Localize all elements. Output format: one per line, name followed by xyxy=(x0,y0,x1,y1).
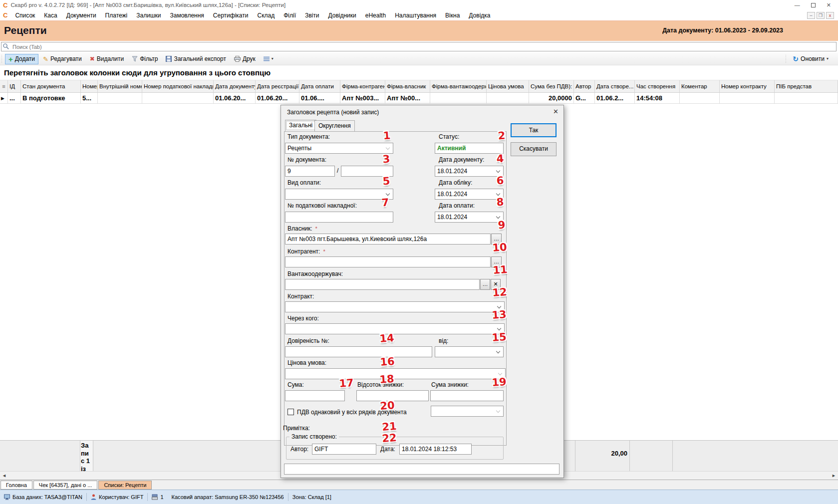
menu-item[interactable]: Замовлення xyxy=(165,12,208,19)
consignee-input[interactable] xyxy=(285,279,480,290)
cell[interactable]: ▶ xyxy=(0,93,8,103)
menu-item[interactable]: Каса xyxy=(39,12,61,19)
column-header[interactable]: Фірма-контрагент xyxy=(340,80,385,92)
cell[interactable] xyxy=(775,93,838,103)
column-header[interactable]: Стан документа xyxy=(21,80,81,92)
contractor-input[interactable] xyxy=(285,256,491,267)
tab-zagalni[interactable]: Загальні xyxy=(285,120,316,131)
cell[interactable]: 14:54:08 xyxy=(635,93,680,103)
scroll-right-icon[interactable]: ► xyxy=(832,473,836,478)
menu-item[interactable]: Філії xyxy=(279,12,300,19)
cell[interactable] xyxy=(98,93,142,103)
cell[interactable]: ... xyxy=(8,93,21,103)
column-header[interactable]: ПІБ представ xyxy=(775,80,838,92)
column-header[interactable]: ≡ xyxy=(0,80,8,92)
toolbar-grip-right[interactable] xyxy=(785,54,787,63)
print-button[interactable]: Друк xyxy=(231,54,259,64)
minimize-icon[interactable]: — xyxy=(795,2,800,8)
layout-menu-button[interactable]: ▾ xyxy=(260,55,277,63)
menu-item[interactable]: Звіти xyxy=(300,12,324,19)
doc-type-combo[interactable]: Рецепты xyxy=(285,143,393,154)
refresh-button[interactable]: ↻ Оновити ▾ xyxy=(789,54,832,64)
bottom-tab[interactable]: Чек [64357], дані о ... xyxy=(33,481,98,490)
menu-item[interactable]: Сертифікати xyxy=(209,12,253,19)
consignee-clear-button[interactable]: ✕ xyxy=(491,279,501,290)
group-by-area[interactable]: Перетягніть заголовок колонки сюди для у… xyxy=(0,65,838,80)
column-header[interactable]: Дата реєстрації xyxy=(256,80,299,92)
export-button[interactable]: Загальний експорт xyxy=(162,54,229,64)
cell[interactable] xyxy=(680,93,720,103)
pay-date-picker[interactable]: 18.01.2024 xyxy=(435,212,504,223)
mdi-close-icon[interactable]: x xyxy=(826,12,834,19)
note-input[interactable] xyxy=(284,464,559,475)
filter-button[interactable]: Фільтр xyxy=(128,54,161,64)
grid-menu-icon[interactable]: ≡ xyxy=(1,80,6,92)
cell[interactable]: 01.06.20... xyxy=(256,93,299,103)
menu-item[interactable]: Список xyxy=(10,12,39,19)
add-button[interactable]: + Додати xyxy=(5,54,38,64)
column-header[interactable]: Цінова умова xyxy=(487,80,529,92)
mdi-restore-icon[interactable]: ❐ xyxy=(817,12,825,19)
cell[interactable]: Апт №003... xyxy=(340,93,385,103)
dialog-close-icon[interactable]: ✕ xyxy=(553,108,559,115)
cell[interactable]: 01.06.20... xyxy=(214,93,256,103)
column-header[interactable]: ІД xyxy=(8,80,21,92)
menu-item[interactable]: Документи xyxy=(62,12,101,19)
column-header[interactable]: Номер xyxy=(81,80,98,92)
menu-item[interactable]: Вікна xyxy=(441,12,464,19)
menu-item[interactable]: Довідники xyxy=(324,12,361,19)
proxy-input[interactable] xyxy=(285,346,432,357)
cell[interactable] xyxy=(487,93,529,103)
menu-item[interactable]: eHealth xyxy=(361,12,390,19)
pay-kind-combo[interactable] xyxy=(285,189,393,200)
menu-item[interactable]: Залишки xyxy=(132,12,165,19)
doc-date-picker[interactable]: 18.01.2024 xyxy=(435,166,504,177)
cell[interactable]: 01.06.... xyxy=(299,93,340,103)
cancel-button[interactable]: Скасувати xyxy=(511,142,557,156)
consignee-lookup-button[interactable]: … xyxy=(480,279,490,290)
menu-item[interactable]: Склад xyxy=(253,12,279,19)
contract-combo[interactable] xyxy=(285,301,505,312)
cell[interactable] xyxy=(720,93,775,103)
column-header[interactable]: Дата документу xyxy=(214,80,256,92)
owner-input[interactable]: Апт №003 пгт.Барышевка, ул.Киевский шлях… xyxy=(285,234,491,245)
cell[interactable] xyxy=(142,93,214,103)
cell[interactable]: В подготовке xyxy=(21,93,81,103)
ok-button[interactable]: Так xyxy=(511,123,557,137)
grid-data-row[interactable]: ▶...В подготовке5...01.06.20...01.06.20.… xyxy=(0,93,838,104)
toolbar-grip[interactable] xyxy=(1,54,3,63)
doc-no-input[interactable]: 9 xyxy=(285,166,335,177)
cell[interactable]: 01.06.2... xyxy=(595,93,635,103)
column-header[interactable]: Коментар xyxy=(680,80,720,92)
column-header[interactable]: Внутрішній номер xyxy=(98,80,142,92)
account-date-picker[interactable]: 18.01.2024 xyxy=(435,189,504,200)
edit-button[interactable]: ✎ Редагувати xyxy=(39,54,85,64)
via-combo[interactable] xyxy=(285,323,505,334)
close-icon[interactable]: ✕ xyxy=(827,2,831,8)
column-header[interactable]: Час створення xyxy=(635,80,680,92)
search-input[interactable] xyxy=(1,42,837,51)
tab-okruglennya[interactable]: Округлення xyxy=(314,120,355,131)
vat-checkbox[interactable] xyxy=(287,409,294,415)
column-header[interactable]: Фірма-вантажоодерж... xyxy=(430,80,487,92)
discount-pct-input[interactable] xyxy=(356,390,429,401)
column-header[interactable]: Дата оплати xyxy=(299,80,340,92)
column-header[interactable]: Фірма-власник xyxy=(385,80,430,92)
vat-checkbox-label[interactable]: ПДВ однаковий у всіх рядків документа xyxy=(297,409,407,416)
delete-button[interactable]: ✖ Видалити xyxy=(86,54,127,64)
cell[interactable] xyxy=(430,93,487,103)
tax-invoice-input[interactable] xyxy=(285,212,393,223)
bottom-tab[interactable]: Головна xyxy=(0,481,32,490)
price-cond-combo[interactable] xyxy=(285,368,506,379)
column-header[interactable]: Номер податкової накладної xyxy=(142,80,214,92)
doc-no2-input[interactable] xyxy=(341,166,393,177)
cell[interactable]: 20,0000 xyxy=(529,93,574,103)
menu-item[interactable]: Платежі xyxy=(101,12,132,19)
column-header[interactable]: Автор xyxy=(574,80,595,92)
cell[interactable]: G... xyxy=(574,93,595,103)
sum-input[interactable] xyxy=(285,390,345,401)
scroll-left-icon[interactable]: ◄ xyxy=(2,473,6,478)
column-header[interactable]: Номер контракту xyxy=(720,80,775,92)
cell[interactable]: Апт №00... xyxy=(385,93,430,103)
bottom-tab[interactable]: Списки: Рецепти xyxy=(98,481,152,490)
